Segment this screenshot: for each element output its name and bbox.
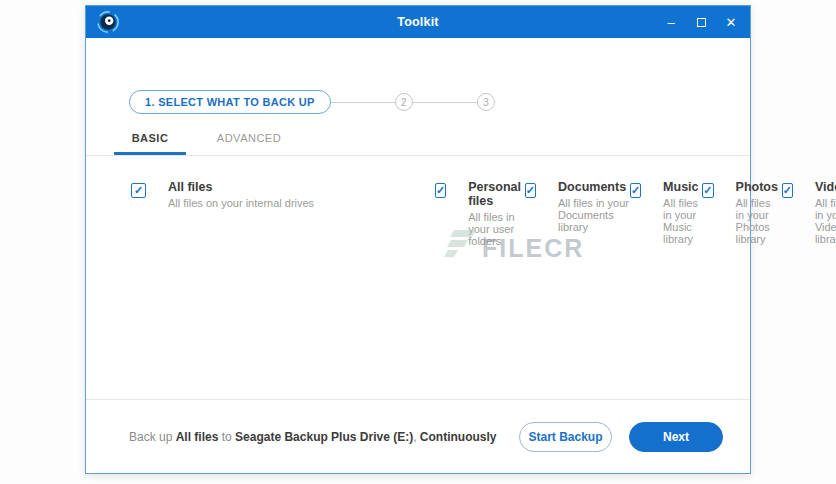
close-icon: ✕ (726, 15, 737, 30)
summary-drive: Seagate Backup Plus Drive (E:) (235, 430, 413, 444)
backup-item-text: Personal files All files in your user fo… (468, 176, 525, 247)
backup-item-text: Documents All files in your Documents li… (558, 176, 630, 233)
tab-basic[interactable]: BASIC (114, 126, 186, 155)
step-connector-line (413, 102, 477, 103)
backup-item-documents: ✓ Documents All files in your Documents … (525, 176, 630, 228)
footer-buttons: Start Backup Next (519, 422, 723, 452)
summary-separator: , (413, 430, 420, 444)
backup-item-all-files: ✓ All files All files on your internal d… (131, 176, 435, 228)
step-2-circle[interactable]: 2 (395, 93, 413, 111)
checkbox-music[interactable]: ✓ (630, 183, 641, 198)
backup-item-title: Photos (736, 176, 782, 194)
minimize-button[interactable]: – (656, 6, 686, 38)
backup-item-description: All files in your user folders (468, 211, 525, 247)
backup-item-personal-files: ✓ Personal files All files in your user … (435, 176, 525, 228)
summary-what: All files (176, 430, 219, 444)
step-indicator: 1. SELECT WHAT TO BACK UP 2 3 (129, 90, 495, 114)
backup-item-music: ✓ Music All files in your Music library (630, 176, 702, 228)
maximize-button[interactable] (686, 6, 716, 38)
backup-item-text: All files All files on your internal dri… (168, 176, 314, 209)
close-button[interactable]: ✕ (716, 6, 746, 38)
step-1-pill[interactable]: 1. SELECT WHAT TO BACK UP (129, 90, 331, 114)
start-backup-button[interactable]: Start Backup (519, 422, 612, 452)
backup-item-title: All files (168, 176, 314, 194)
checkbox-videos[interactable]: ✓ (782, 183, 793, 198)
backup-item-title: Videos (815, 176, 836, 194)
toolkit-window: Toolkit – ✕ 1. SELECT WHAT TO BACK UP 2 … (85, 5, 751, 474)
checkbox-documents[interactable]: ✓ (525, 183, 536, 198)
summary-prefix: Back up (129, 430, 176, 444)
backup-item-text: Videos All files in your Videos library (815, 176, 836, 245)
backup-item-title: Personal files (468, 176, 525, 208)
backup-item-text: Photos All files in your Photos library (736, 176, 782, 245)
summary-frequency: Continuously (420, 430, 497, 444)
tab-advanced[interactable]: ADVANCED (213, 126, 285, 155)
checkbox-personal-files[interactable]: ✓ (435, 183, 446, 198)
backup-item-description: All files on your internal drives (168, 197, 314, 209)
backup-items-grid: ✓ All files All files on your internal d… (131, 176, 836, 228)
step-3-circle[interactable]: 3 (477, 93, 495, 111)
checkbox-all-files[interactable]: ✓ (131, 183, 146, 198)
summary-to: to (218, 430, 235, 444)
backup-item-title: Music (663, 176, 702, 194)
backup-item-description: All files in your Documents library (558, 197, 630, 233)
tabs-bar: BASIC ADVANCED (86, 126, 750, 156)
window-controls: – ✕ (656, 6, 746, 38)
backup-item-photos: ✓ Photos All files in your Photos librar… (702, 176, 781, 228)
step-connector-line (331, 102, 395, 103)
maximize-icon (697, 18, 706, 27)
backup-item-text: Music All files in your Music library (663, 176, 702, 245)
backup-item-description: All files in your Photos library (736, 197, 782, 245)
backup-item-title: Documents (558, 176, 630, 194)
minimize-icon: – (667, 15, 674, 30)
backup-summary: Back up All files to Seagate Backup Plus… (129, 430, 496, 444)
next-button[interactable]: Next (629, 422, 723, 452)
footer-bar: Back up All files to Seagate Backup Plus… (86, 399, 750, 473)
backup-item-description: All files in your Music library (663, 197, 702, 245)
screen: Toolkit – ✕ 1. SELECT WHAT TO BACK UP 2 … (0, 0, 836, 484)
window-title: Toolkit (86, 15, 750, 29)
backup-item-description: All files in your Videos library (815, 197, 836, 245)
backup-item-videos: ✓ Videos All files in your Videos librar… (782, 176, 836, 228)
checkbox-photos[interactable]: ✓ (702, 183, 713, 198)
main-content: 1. SELECT WHAT TO BACK UP 2 3 BASIC ADVA… (86, 38, 750, 399)
titlebar: Toolkit – ✕ (86, 6, 750, 38)
